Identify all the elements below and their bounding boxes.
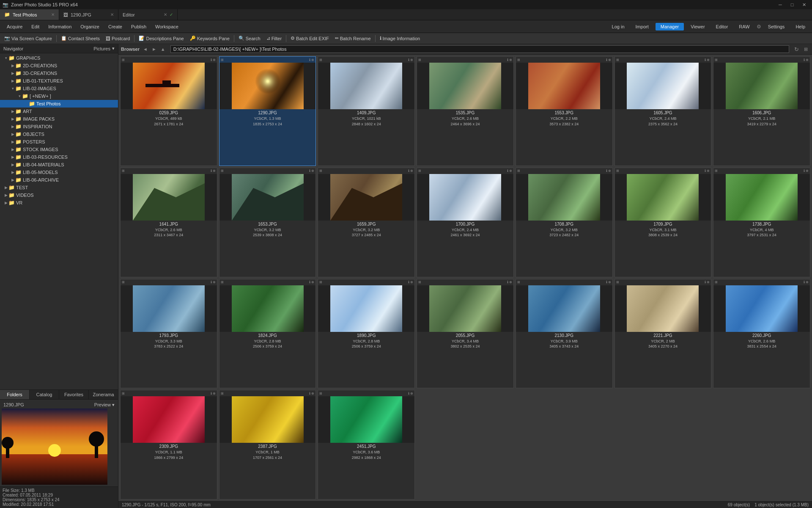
thumbnail-item-1[interactable]: ⊞ ℹ ⊕ 1290.JPG YCbCR, 1.3 MB 1835 x 2753… — [219, 56, 316, 166]
tree-item-art[interactable]: ▶ 📁 ART — [0, 108, 118, 115]
tree-item-graphics[interactable]: ▾ 📁 GRAPHICS — [0, 54, 118, 62]
publish-menu[interactable]: Publish — [127, 23, 151, 30]
refresh-button[interactable]: ↻ — [793, 46, 801, 53]
thumbnail-item-18[interactable]: ⊞ ℹ ⊕ 2130.JPG YCbCR, 3.9 MB 3405 x 3743… — [516, 279, 613, 389]
create-menu[interactable]: Create — [104, 23, 126, 30]
search-button[interactable]: 🔍 Search — [236, 35, 263, 42]
app-icon: 📷 — [3, 2, 8, 8]
tree-item-objects[interactable]: ▶ 📁 OBJECTS — [0, 130, 118, 138]
dropdown-icon[interactable]: ▾ — [112, 46, 115, 51]
settings-button[interactable]: Settings — [764, 23, 789, 30]
forward-button[interactable]: ► — [150, 46, 158, 52]
view-options-button[interactable]: ⊞ — [802, 46, 809, 52]
tree-item-3d-creations[interactable]: ▶ 📁 3D-CREATIONS — [0, 69, 118, 77]
thumbnail-item-7[interactable]: ⊞ ℹ ⊕ 1641.JPG YCbCR, 2.6 MB 2311 x 3467… — [120, 168, 217, 277]
up-button[interactable]: ▲ — [159, 46, 167, 52]
path-bar[interactable]: D:\GRAPHICS\LIB-02-IMAGES\[ +NEW+ ]\Test… — [170, 45, 789, 53]
organize-menu[interactable]: Organize — [76, 23, 104, 30]
tree-item-vr[interactable]: ▶ 📁 VR — [0, 199, 118, 207]
edit-menu[interactable]: Edit — [27, 23, 44, 30]
folder-icon: 📁 — [15, 78, 22, 84]
thumbnail-item-12[interactable]: ⊞ ℹ ⊕ 1709.JPG YCbCR, 3.1 MB 3808 x 2539… — [614, 168, 712, 277]
contact-sheets-button[interactable]: 📋 Contact Sheets — [58, 35, 102, 42]
screen-capture-button[interactable]: 📷 Via Screen Capture — [2, 35, 55, 42]
preview-dropdown[interactable]: Preview ▾ — [94, 402, 115, 408]
thumbnail-item-16[interactable]: ⊞ ℹ ⊕ 1890.JPG YCbCR, 2.8 MB 2506 x 3759… — [318, 279, 415, 389]
thumbnail-item-15[interactable]: ⊞ ℹ ⊕ 1824.JPG YCbCR, 2.8 MB 2506 x 3759… — [219, 279, 316, 389]
information-menu[interactable]: Information — [44, 23, 76, 30]
postcard-button[interactable]: 🖼 Postcard — [103, 35, 132, 42]
editor-button[interactable]: Editor — [712, 23, 732, 30]
thumbnail-item-19[interactable]: ⊞ ℹ ⊕ 2221.JPG YCbCR, 2 MB 3405 x 2270 x… — [614, 279, 712, 389]
maximize-button[interactable]: □ — [787, 0, 798, 9]
thumbnail-item-6[interactable]: ⊞ ℹ ⊕ 1606.JPG YCbCR, 2.1 MB 3419 x 2279… — [713, 56, 810, 166]
batch-rename-button[interactable]: ✏ Batch Rename — [332, 35, 373, 42]
tab-close-button[interactable]: ✕ — [110, 12, 114, 17]
tree-item-2d-creations[interactable]: ▶ 📁 2D-CREATIONS — [0, 62, 118, 69]
thumbnail-item-5[interactable]: ⊞ ℹ ⊕ 1605.JPG YCbCR, 2.4 MB 2375 x 3562… — [614, 56, 712, 166]
tree-item-test-photos[interactable]: 📁 Test Photos — [0, 100, 118, 108]
batch-edit-exif-button[interactable]: ⚙ Batch Edit EXIF — [288, 35, 332, 42]
back-button[interactable]: ◄ — [141, 46, 149, 52]
workspace-menu[interactable]: Workspace — [151, 23, 183, 30]
image-information-button[interactable]: ℹ Image Information — [377, 35, 423, 42]
sidebar-tab-folders[interactable]: Folders — [0, 390, 30, 399]
viewer-button[interactable]: Viewer — [686, 23, 709, 30]
thumbnail-item-13[interactable]: ⊞ ℹ ⊕ 1738.JPG YCbCR, 4 MB 3797 x 2531 x… — [713, 168, 810, 277]
thumbnail-item-10[interactable]: ⊞ ℹ ⊕ 1700.JPG YCbCR, 2.4 MB 2461 x 3692… — [417, 168, 514, 277]
thumb-flag-icon: ⊞ — [319, 169, 322, 173]
tree-item-lib04[interactable]: ▶ 📁 LIB-04-MATERIALS — [0, 161, 118, 168]
tree-item-videos[interactable]: ▶ 📁 VIDEOS — [0, 191, 118, 199]
tree-item-lib05[interactable]: ▶ 📁 LIB-05-MODELS — [0, 168, 118, 176]
minimize-button[interactable]: ─ — [775, 0, 786, 9]
settings-icon[interactable]: ⚙ — [757, 24, 761, 30]
thumbnail-item-4[interactable]: ⊞ ℹ ⊕ 1553.JPG YCbCR, 2.2 MB 3573 x 2382… — [516, 56, 613, 166]
thumbnail-item-14[interactable]: ⊞ ℹ ⊕ 1793.JPG YCbCR, 3.3 MB 3783 x 2522… — [120, 279, 217, 389]
filter-button[interactable]: ⊿ Filter — [264, 35, 284, 42]
descriptions-pane-button[interactable]: 📝 Descriptions Pane — [136, 35, 186, 42]
thumb-share-icon: ⊕ — [213, 58, 216, 62]
sidebar-tab-favorites[interactable]: Favorites — [59, 390, 89, 399]
thumbnail-item-23[interactable]: ⊞ ℹ ⊕ 2451.JPG YCbCR, 3.6 MB 2982 x 1868… — [318, 390, 415, 500]
acquire-menu[interactable]: Acquire — [3, 23, 27, 30]
thumb-flag-icon: ⊞ — [616, 280, 619, 284]
tree-item-new-folder[interactable]: ▾ 📁 [ +NEW+ ] — [0, 92, 118, 100]
tree-item-posters[interactable]: ▶ 📁 POSTERS — [0, 138, 118, 146]
tree-item-lib03[interactable]: ▶ 📁 LIB-03-RESOURCES — [0, 153, 118, 161]
tree-item-lib02-images[interactable]: ▾ 📁 LIB-02-IMAGES — [0, 85, 118, 92]
raw-button[interactable]: RAW — [735, 23, 754, 30]
help-button[interactable]: Help — [791, 23, 809, 30]
tree-item-inspiration[interactable]: ▶ 📁 INSPIRATION — [0, 123, 118, 130]
tree-item-stock-images[interactable]: ▶ 📁 STOCK IMAGES — [0, 146, 118, 153]
thumbnail-item-21[interactable]: ⊞ ℹ ⊕ 2309.JPG YCbCR, 1.1 MB 1866 x 2799… — [120, 390, 217, 500]
tab-editor[interactable]: Editor ✕ ✓ — [118, 9, 178, 20]
sidebar-tab-catalog[interactable]: Catalog — [30, 390, 59, 399]
thumb-info-22: 2387.JPG YCbCR, 1 MB 1707 x 2561 x 24 — [219, 443, 316, 461]
tab-test-photos[interactable]: 📁 Test Photos ✕ — [0, 9, 59, 20]
thumbnail-item-22[interactable]: ⊞ ℹ ⊕ 2387.JPG YCbCR, 1 MB 1707 x 2561 x… — [219, 390, 316, 500]
tree-item-lib01-textures[interactable]: ▶ 📁 LIB-01-TEXTURES — [0, 77, 118, 85]
thumbnail-item-9[interactable]: ⊞ ℹ ⊕ 1659.JPG YCbCR, 3.2 MB 3727 x 2485… — [318, 168, 415, 277]
tree-item-test[interactable]: ▶ 📁 TEST — [0, 184, 118, 191]
info-icon: ℹ — [380, 36, 381, 41]
sidebar-tab-zonerama[interactable]: Zonerama — [89, 390, 118, 399]
tree-item-lib06[interactable]: ▶ 📁 LIB-06-ARCHIVE — [0, 176, 118, 184]
thumbnail-item-2[interactable]: ⊞ ℹ ⊕ 1409.JPG YCbCR, 1021 kB 2848 x 160… — [318, 56, 415, 166]
tab-close-button[interactable]: ✕ — [51, 12, 55, 17]
tree-item-image-packs[interactable]: ▶ 📁 IMAGE PACKS — [0, 115, 118, 123]
login-button[interactable]: Log in — [608, 23, 629, 30]
thumb-header-icons: ⊞ — [319, 169, 322, 173]
thumbnail-item-11[interactable]: ⊞ ℹ ⊕ 1708.JPG YCbCR, 3.2 MB 3723 x 2482… — [516, 168, 613, 277]
tab-close-button[interactable]: ✕ — [164, 12, 167, 17]
thumbnail-item-20[interactable]: ⊞ ℹ ⊕ 2260.JPG YCbCR, 2.6 MB 3831 x 2554… — [713, 279, 810, 389]
thumbnail-item-8[interactable]: ⊞ ℹ ⊕ 1653.JPG YCbCR, 3.2 MB 2539 x 3808… — [219, 168, 316, 277]
close-button[interactable]: ✕ — [798, 0, 809, 9]
import-button[interactable]: Import — [631, 23, 653, 30]
thumbnail-item-17[interactable]: ⊞ ℹ ⊕ 2055.JPG YCbCR, 3.4 MB 3802 x 2535… — [417, 279, 514, 389]
thumb-dims-8: 2539 x 3808 x 24 — [221, 232, 314, 238]
keywords-pane-button[interactable]: 🔑 Keywords Pane — [187, 35, 232, 42]
manager-button[interactable]: Manager — [656, 23, 684, 30]
thumbnail-item-3[interactable]: ⊞ ℹ ⊕ 1535.JPG YCbCR, 2.6 MB 2464 x 3696… — [417, 56, 514, 166]
thumbnail-item-0[interactable]: ⊞ ℹ ⊕ 0259.JPG YCbCR, 489 kB 2671 x 1781… — [120, 56, 217, 166]
tab-1290jpg[interactable]: 🖼 1290.JPG ✕ — [59, 9, 118, 20]
